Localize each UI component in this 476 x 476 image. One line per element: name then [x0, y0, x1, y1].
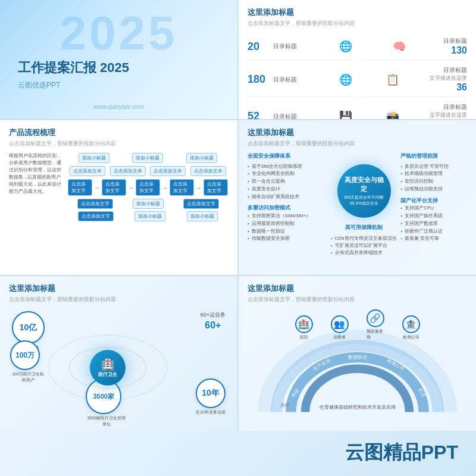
- security-item-11: 可扩展灵活可以扩展平台: [331, 242, 397, 249]
- security-circle-sub: 365天提供全年不间断99.9%稳定安全: [344, 195, 384, 206]
- flow-blue-1[interactable]: 点击添加文字: [68, 179, 92, 196]
- stat-60plus: 60+运业务 60+: [201, 311, 226, 331]
- cover-subtitle: 云图优选PPT: [18, 80, 220, 90]
- stat-number-5: 52: [248, 110, 268, 119]
- stat-label-5: 目录标题: [273, 112, 297, 120]
- stat-10yi-num: 10亿: [20, 322, 37, 333]
- consumer-icon: 👥: [331, 315, 349, 333]
- medical-subtitle: 点击添加标题文字，剪辑重要的投影分站内容: [9, 296, 228, 303]
- slide-cover: 工作提案汇报 2025 云图优选PPT www.qianyipic.com: [0, 0, 237, 119]
- ecosystem-center-label: 生育健康基础研究和技术开发及应用: [320, 404, 396, 411]
- slide-product-flow: 产品流程梳理 点击添加标题文字，剪辑重要的投影分站内容 根据用户化流程的区划，分…: [0, 120, 237, 275]
- click-box-1[interactable]: 点击添加文本: [70, 166, 105, 176]
- click-box-3[interactable]: 点击添加文本: [150, 166, 186, 176]
- stat-60plus-num: 60+: [201, 320, 226, 331]
- hospital-icon: 🏥: [295, 315, 313, 333]
- svg-text:数据职业: 数据职业: [348, 355, 367, 360]
- security-bottom-right-title: 高可用保障机制: [345, 224, 383, 231]
- bottom-blue-1[interactable]: 点击添加文字: [77, 199, 113, 209]
- flow-blue-4[interactable]: 点击添加文字: [170, 179, 194, 196]
- top-box-2: 添加小标题: [132, 153, 163, 163]
- stat-10year-num: 10年: [202, 388, 220, 399]
- medical-title: 这里添加标题: [9, 283, 228, 294]
- stat-100wan-desc: 100万医疗卫生机构用户: [10, 371, 46, 383]
- security-right-top-title: 严格的管理权限: [400, 152, 467, 161]
- security-item-12: 分布式高并发终端技术: [331, 249, 397, 256]
- stat-row-5: 52 目录标题 💾: [248, 99, 355, 119]
- brand-text: 云图精品PPT: [345, 440, 458, 466]
- security-item-8: 数据唯一性协议: [248, 228, 327, 236]
- stat-label-1: 目录标题: [273, 42, 297, 51]
- stat-3500-desc: 3500家医疗卫生管理单位: [86, 415, 127, 427]
- bottom-box-2: 添加小标题: [133, 199, 164, 209]
- security-item-10: CDN替代专用灵活互备双活合: [331, 235, 397, 242]
- click-box-2[interactable]: 点击添加文本: [110, 166, 146, 176]
- slide-ecosystem: 这里添加标题 点击添加标题文字，剪辑重要的投影分站内容 科研 生产应用 数据职业…: [239, 276, 476, 431]
- flow-blue-5[interactable]: 点击添加文字: [203, 179, 228, 196]
- node-hospital: 🏥 医院: [295, 315, 313, 340]
- top-box-1: 添加小标题: [79, 153, 109, 163]
- bottom-blue-3[interactable]: 点击添加文字: [183, 199, 219, 209]
- security-item-21: 政策兼 安全可靠: [400, 235, 467, 243]
- brand-bar: 云图精品PPT: [0, 428, 476, 476]
- stat-row-2: 🧠 目录标题 130: [361, 33, 468, 60]
- stat-row-6: 📸 目录标题 文字描述在这里 130: [361, 99, 468, 119]
- security-item-9: 传输数据安全加密: [248, 235, 327, 243]
- slide-stats: 这里添加标题 点击添加标题文字，剪辑重要的投影分站内容 20 目录标题 🌐 🧠 …: [239, 0, 476, 119]
- security-left-panel: 全面安全保障体系 基于360全方位防御系统 专业化内网安全机制 统一会合云架构 …: [248, 152, 327, 268]
- ecosystem-subtitle: 点击添加标题文字，剪辑重要的投影分站内容: [248, 296, 467, 303]
- insurance-label: 检测公司: [403, 334, 419, 340]
- consumer-label: 消费者: [333, 334, 346, 340]
- hospital-label: 医院: [300, 334, 308, 340]
- stat-row-3: 180 目录标题 🌐: [248, 62, 355, 97]
- security-item-6: 支持国密算法（SM4/SM+）: [248, 212, 327, 220]
- stats-subtitle: 点击添加标题文字，剪辑重要的投影分站内容: [248, 20, 467, 27]
- stat-icon-clipboard: 📋: [384, 71, 402, 89]
- top-nodes: 🏥 医院 👥 消费者 🔗 预防服务商 🏦 检测公司: [295, 309, 420, 340]
- security-right-bottom-title: 国产化平台支持: [400, 197, 467, 205]
- security-left-title: 全面安全保障体系: [248, 152, 327, 161]
- flow-blue-2[interactable]: 点击添加文字: [102, 179, 126, 196]
- flow-blue-3[interactable]: 点击添加文字: [136, 179, 160, 196]
- security-subtitle: 点击添加标题文字，剪辑重要的投影分站内容: [248, 140, 467, 148]
- security-item-7: 运用最新加密控制制: [248, 220, 327, 228]
- stat-icon-globe-2: 🌐: [337, 71, 355, 89]
- security-item-14: 技术细级功能管理: [400, 170, 467, 178]
- stat-icon-globe-1: 🌐: [337, 37, 355, 55]
- security-item-19: 支持国产数据库: [400, 220, 467, 228]
- top-box-3: 添加小标题: [186, 153, 217, 163]
- hub-label: 医疗卫生: [98, 371, 117, 378]
- node-consumer: 👥 消费者: [331, 315, 349, 340]
- ecosystem-diagram: 科研 生产应用 数据职业 检测公司 药店 政府 🏥 医院 👥 消费者: [248, 306, 467, 422]
- stat-row-1: 20 目录标题 🌐: [248, 33, 355, 60]
- security-item-20: 软硬件广泛商认证: [400, 228, 467, 236]
- bottom-blue-4[interactable]: 点击添加文字: [78, 211, 114, 221]
- slide-security: 这里添加标题 点击添加标题文字，剪辑重要的投影分站内容 全面安全保障体系 基于3…: [239, 120, 476, 275]
- security-item-5: 独有自动扩展系统技术: [248, 193, 327, 201]
- svg-text:政府: 政府: [281, 403, 289, 407]
- stat-number-1: 20: [248, 40, 268, 53]
- security-item-13: 多层次运营 可管可控: [400, 163, 467, 171]
- cover-website: www.qianyipic.com: [93, 104, 143, 110]
- security-item-15: 管控访问控制: [400, 178, 467, 186]
- security-item-17: 支持国产CPU: [400, 205, 467, 212]
- cover-title: 工作提案汇报 2025: [18, 59, 220, 77]
- bottom-box-6: 添加小标题: [187, 211, 218, 221]
- stat-60plus-label: 60+运业务: [201, 311, 226, 319]
- flow-title: 产品流程梳理: [9, 127, 228, 138]
- insurance-icon: 🏦: [402, 315, 420, 333]
- stat-label-3: 目录标题: [273, 76, 297, 84]
- click-box-4[interactable]: 点击添加文本: [190, 166, 226, 176]
- slide-medical: 这里添加标题 点击添加标题文字，剪辑重要的投影分站内容 🏥 医疗卫生 10亿 条…: [0, 276, 237, 431]
- stat-100wan: 100万 100万医疗卫生机构用户: [10, 340, 46, 383]
- node-insurance: 🏦 检测公司: [402, 315, 420, 340]
- stat-number-3: 180: [248, 73, 268, 86]
- ecosystem-title: 这里添加标题: [248, 283, 467, 294]
- stat-icon-brain: 🧠: [390, 37, 408, 55]
- security-item-2: 专业化内网安全机制: [248, 170, 327, 178]
- service-icon: 🔗: [367, 309, 384, 327]
- flow-subtitle: 点击添加标题文字，剪辑重要的投影分站内容: [9, 140, 228, 148]
- security-item-16: 运维预估功能支持: [400, 186, 467, 193]
- brand-section: 云图精品PPT: [345, 440, 458, 466]
- stat-10year-desc: 近10年业务兑现: [196, 409, 226, 415]
